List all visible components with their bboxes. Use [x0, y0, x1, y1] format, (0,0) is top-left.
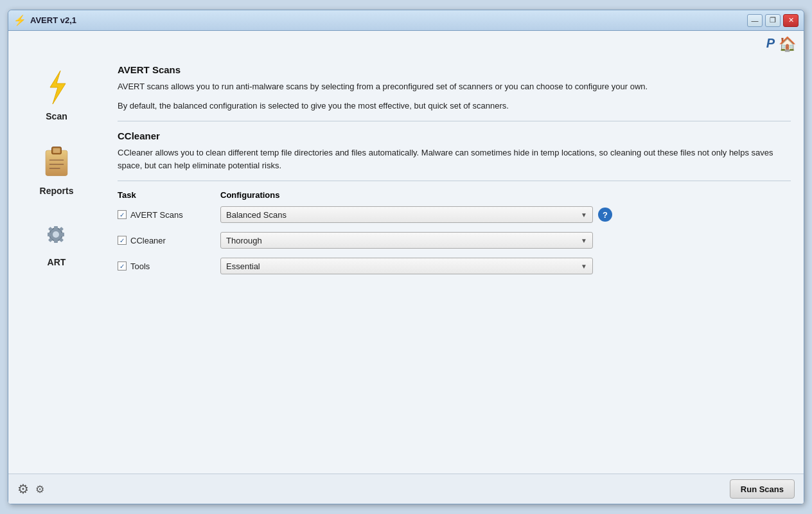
task-label-tools: Tools — [130, 261, 150, 271]
divider-1 — [118, 121, 791, 121]
task-col-avert: ✓ AVERT Scans — [118, 210, 220, 220]
task-col-tools: ✓ Tools — [118, 261, 220, 271]
ccleaner-title: CCleaner — [118, 130, 791, 141]
table-row: ✓ AVERT Scans Balanced Scans ▼ ? — [118, 206, 791, 223]
table-row: ✓ Tools Essential ▼ — [118, 258, 791, 274]
title-controls: — ❐ ✕ — [747, 14, 799, 27]
task-label-avert: AVERT Scans — [130, 210, 183, 220]
window-body: P 🏠 Scan — [8, 31, 804, 504]
content-area: AVERT Scans AVERT scans allows you to ru… — [105, 58, 804, 474]
art-icon — [40, 219, 73, 253]
checkbox-avert-scans[interactable]: ✓ — [118, 210, 127, 219]
help-button-avert[interactable]: ? — [598, 208, 612, 222]
minimize-button[interactable]: — — [747, 14, 763, 27]
title-bar-left: ⚡ AVERT v2,1 — [13, 14, 76, 26]
dropdown-ccleaner[interactable]: Thorough ▼ — [220, 232, 593, 249]
svg-rect-4 — [53, 148, 60, 153]
table-header: Task Configurations — [118, 190, 791, 200]
paypal-icon[interactable]: P — [766, 36, 775, 53]
close-button[interactable]: ✕ — [783, 14, 799, 27]
task-col-ccleaner: ✓ CCleaner — [118, 236, 220, 245]
dropdown-avert-scans[interactable]: Balanced Scans ▼ — [220, 206, 593, 223]
avert-scans-section: AVERT Scans AVERT scans allows you to ru… — [118, 64, 791, 112]
sidebar-item-scan[interactable]: Scan — [8, 58, 105, 133]
reports-icon — [42, 145, 71, 182]
main-window: ⚡ AVERT v2,1 — ❐ ✕ P 🏠 — [8, 10, 804, 504]
top-icons-bar: P 🏠 — [8, 31, 804, 58]
main-content: Scan — [8, 58, 804, 474]
config-col-ccleaner: Thorough ▼ — [220, 232, 791, 249]
svg-rect-10 — [54, 226, 58, 229]
dropdown-avert-arrow-icon: ▼ — [581, 211, 587, 218]
ccleaner-desc: CCleaner allows you to clean different t… — [118, 146, 791, 172]
art-label: ART — [48, 257, 66, 267]
ccleaner-section: CCleaner CCleaner allows you to clean di… — [118, 130, 791, 172]
checkbox-tools[interactable]: ✓ — [118, 261, 127, 270]
col-header-task: Task — [118, 190, 220, 200]
bottom-left-icons: ⚙ ⚙ — [17, 481, 44, 497]
svg-rect-12 — [48, 233, 51, 236]
svg-rect-11 — [54, 240, 58, 243]
config-col-avert: Balanced Scans ▼ ? — [220, 206, 791, 223]
svg-marker-0 — [50, 71, 66, 104]
reports-label: Reports — [40, 186, 74, 196]
svg-point-9 — [53, 231, 59, 238]
sidebar-item-reports[interactable]: Reports — [8, 133, 105, 208]
dropdown-tools-arrow-icon: ▼ — [581, 263, 587, 270]
sidebar-item-art[interactable]: ART — [8, 208, 105, 279]
settings2-icon[interactable]: ⚙ — [35, 483, 44, 495]
avert-scans-desc1: AVERT scans allows you to run anti-malwa… — [118, 80, 791, 93]
title-lightning-icon: ⚡ — [13, 14, 26, 26]
settings-icon[interactable]: ⚙ — [17, 481, 29, 497]
scan-icon — [40, 69, 73, 107]
dropdown-ccleaner-value: Thorough — [226, 236, 262, 245]
title-bar: ⚡ AVERT v2,1 — ❐ ✕ — [8, 10, 804, 31]
restore-button[interactable]: ❐ — [765, 14, 781, 27]
task-label-ccleaner: CCleaner — [130, 236, 166, 245]
divider-2 — [118, 181, 791, 181]
svg-rect-13 — [61, 233, 64, 236]
table-row: ✓ CCleaner Thorough ▼ — [118, 232, 791, 249]
home-icon[interactable]: 🏠 — [779, 36, 796, 53]
col-header-config: Configurations — [220, 190, 791, 200]
dropdown-avert-value: Balanced Scans — [226, 210, 287, 220]
window-title: AVERT v2,1 — [30, 15, 76, 25]
sidebar: Scan — [8, 58, 105, 474]
config-col-tools: Essential ▼ — [220, 258, 791, 274]
avert-scans-title: AVERT Scans — [118, 64, 791, 75]
dropdown-tools[interactable]: Essential ▼ — [220, 258, 593, 274]
scan-label: Scan — [46, 111, 67, 121]
avert-scans-desc2: By default, the balanced configuration i… — [118, 100, 791, 112]
dropdown-ccleaner-arrow-icon: ▼ — [581, 237, 587, 244]
bottom-bar: ⚙ ⚙ Run Scans — [8, 474, 804, 504]
run-scans-button[interactable]: Run Scans — [730, 479, 795, 499]
dropdown-tools-value: Essential — [226, 261, 260, 271]
checkbox-ccleaner[interactable]: ✓ — [118, 236, 127, 245]
task-table: Task Configurations ✓ AVERT Scans Balanc… — [118, 190, 791, 274]
